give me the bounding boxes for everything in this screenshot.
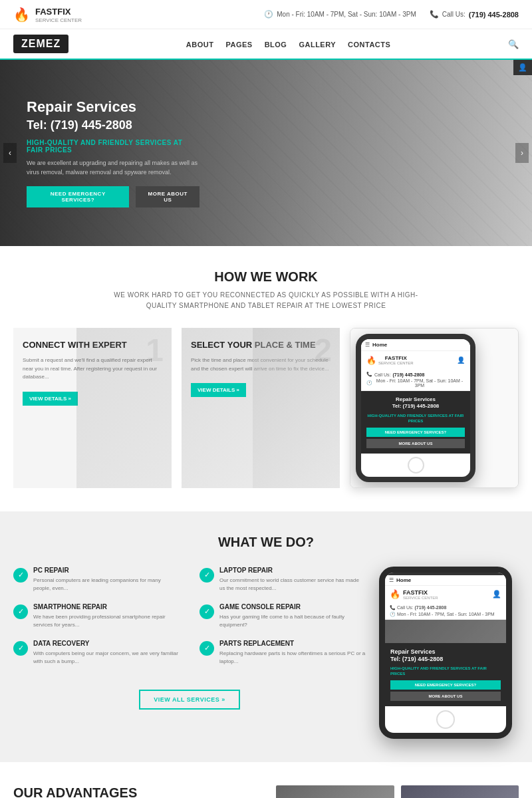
flame-icon: 🔥 bbox=[13, 7, 30, 23]
adv-title: OUR ADVANTAGES bbox=[13, 785, 256, 798]
how-subtitle: WE WORK HARD TO GET YOU RECONNECTED AS Q… bbox=[100, 290, 432, 311]
about-button[interactable]: MORE ABOUT US bbox=[136, 186, 200, 207]
phone-item: 📞 Call Us: (719) 445-2808 bbox=[430, 10, 519, 19]
view-all-button[interactable]: VIEW ALL SERVICES » bbox=[139, 690, 239, 710]
adv-left: OUR ADVANTAGES Whether your iPhone 6 was… bbox=[13, 785, 256, 798]
phone-call-number: (719) 445-2808 bbox=[393, 372, 425, 377]
phone-contact-info: 📞 Call Us: (719) 445-2808 🕐 Mon - Fri: 1… bbox=[361, 369, 470, 391]
phone-hero-section: Repair ServicesTel: (719) 445-2808 HIGH-… bbox=[361, 391, 470, 454]
phone-hours: Mon - Fri: 10AM - 7PM, Sat - Sun: 10AM -… bbox=[374, 378, 465, 388]
phone-brand: FASTFIX bbox=[378, 355, 414, 361]
what-title: WHAT WE DO? bbox=[13, 535, 519, 550]
hero-desc: We are excellent at upgrading and repair… bbox=[27, 159, 200, 177]
adv-content: OUR ADVANTAGES Whether your iPhone 6 was… bbox=[13, 785, 519, 798]
phone-hamburger: ☰ bbox=[365, 342, 370, 348]
hero-next-arrow[interactable]: › bbox=[515, 143, 529, 163]
service6-desc: Replacing hardware parts is how oftentim… bbox=[219, 650, 366, 666]
phone-hero-tagline: HIGH-QUALITY AND FRIENDLY SERVICES AT FA… bbox=[366, 413, 465, 424]
zemez-brand: ZEMEZ bbox=[13, 35, 68, 53]
phone-brand-sub: SERVICE CENTER bbox=[378, 361, 414, 365]
phone2-btn2[interactable]: MORE ABOUT US bbox=[390, 692, 501, 701]
adv-images: 👷 🔧 bbox=[276, 785, 519, 798]
clock-icon: 🕐 bbox=[264, 10, 273, 19]
phone-hours-info: 🕐 Mon - Fri: 10AM - 7PM, Sat - Sun: 10AM… bbox=[366, 378, 465, 388]
phone2-brand-sub: SERVICE CENTER bbox=[403, 596, 438, 600]
card1-num: 1 bbox=[146, 334, 164, 366]
nav-bar: ZEMEZ ABOUT PAGES BLOG GALLERY CONTACTS … bbox=[0, 29, 532, 60]
phone2-number: (719) 445-2808 bbox=[415, 605, 447, 610]
phone2-hours: 🕐 Mon - Fri: 10AM - 7PM, Sat - Sun: 10AM… bbox=[390, 612, 501, 617]
hero-prev-arrow[interactable]: ‹ bbox=[3, 143, 17, 163]
phone-call-icon: 📞 bbox=[366, 372, 372, 377]
card1-btn[interactable]: VIEW DETAILS » bbox=[23, 392, 78, 406]
service2-text: LAPTOP REPAIR Our commitment to world cl… bbox=[219, 567, 366, 593]
phone2-tagline: HIGH-QUALITY AND FRIENDLY SERVICES AT FA… bbox=[390, 666, 501, 677]
phone2-user: 👤 bbox=[492, 590, 501, 598]
service6-title: PARTS REPLACEMENT bbox=[219, 640, 366, 647]
phone2-call: 📞 Call Us: (719) 445-2808 bbox=[390, 605, 501, 610]
phone-call-info: 📞 Call Us: (719) 445-2808 bbox=[366, 372, 465, 377]
view-all-center: VIEW ALL SERVICES » bbox=[13, 690, 366, 710]
phone-logo: 🔥 FASTFIX SERVICE CENTER bbox=[366, 355, 414, 365]
phone-mockup-container: ☰ Home 🔥 FASTFIX SERVICE CENTER 👤 bbox=[350, 329, 518, 487]
hero-buttons: NEED EMERGENCY SERVICES? MORE ABOUT US bbox=[27, 186, 200, 207]
phone-btn1[interactable]: NEED EMERGENCY SERVICES? bbox=[366, 428, 465, 437]
how-title: HOW WE WORK bbox=[13, 269, 519, 285]
nav-pages[interactable]: PAGES bbox=[225, 41, 252, 49]
phone-logo-text: FASTFIX SERVICE CENTER bbox=[378, 355, 414, 365]
service3-check: ✓ bbox=[13, 604, 28, 619]
emergency-button[interactable]: NEED EMERGENCY SERVICES? bbox=[27, 186, 129, 207]
nav-contacts[interactable]: CONTACTS bbox=[348, 41, 390, 49]
phone2-hero-text: Repair ServicesTel: (719) 445-2808 HIGH-… bbox=[385, 643, 506, 706]
service3-text: SMARTPHONE REPAIR We have been providing… bbox=[33, 603, 180, 629]
phone2-hero-img bbox=[385, 620, 506, 643]
service1-desc: Personal computers are leading companion… bbox=[33, 577, 180, 593]
phone2-flame: 🔥 bbox=[390, 589, 400, 599]
phone2-brand: FASTFIX bbox=[403, 589, 438, 596]
service6-text: PARTS REPLACEMENT Replacing hardware par… bbox=[219, 640, 366, 666]
service4-check: ✓ bbox=[200, 604, 214, 619]
phone-user-icon: 👤 bbox=[457, 356, 465, 364]
user-icon[interactable]: 👤 bbox=[513, 60, 532, 75]
service-smartphone-repair: ✓ SMARTPHONE REPAIR We have been providi… bbox=[13, 603, 180, 629]
hero-phone: Tel: (719) 445-2808 bbox=[27, 118, 200, 132]
service4-title: GAME CONSOLE REPAIR bbox=[219, 603, 366, 610]
phone2-hero-overlay bbox=[385, 620, 506, 643]
call-label: Call Us: bbox=[442, 11, 466, 18]
phone-device: ☰ Home 🔥 FASTFIX SERVICE CENTER 👤 📞 Call… bbox=[379, 567, 512, 739]
nav-gallery[interactable]: GALLERY bbox=[299, 41, 336, 49]
service3-desc: We have been providing professional smar… bbox=[33, 613, 180, 629]
service-pc-repair: ✓ PC REPAIR Personal computers are leadi… bbox=[13, 567, 180, 593]
phone-btn2[interactable]: MORE ABOUT US bbox=[366, 439, 465, 448]
phone-nav: ☰ Home bbox=[361, 339, 470, 351]
phone2-call-label: Call Us: bbox=[397, 605, 414, 610]
phone-clock-icon: 🕐 bbox=[366, 380, 372, 386]
phone-home-button[interactable] bbox=[408, 457, 424, 473]
hero-tagline: HIGH-QUALITY AND FRIENDLY SERVICES AT FA… bbox=[27, 139, 200, 154]
adv-right: 👷 🔧 24 HOUR EMERGENCY SERVICE We are on … bbox=[276, 785, 519, 798]
hero-content: Repair Services Tel: (719) 445-2808 HIGH… bbox=[0, 78, 226, 227]
logo-sub: SERVICE CENTER bbox=[35, 17, 82, 23]
phone-home-label: Home bbox=[372, 342, 387, 348]
phone2-clock: 🕐 bbox=[390, 612, 396, 617]
phone2-hours-text: Mon - Fri: 10AM - 7PM, Sat - Sun: 10AM -… bbox=[397, 612, 495, 616]
what-content: ✓ PC REPAIR Personal computers are leadi… bbox=[13, 567, 519, 739]
nav-blog[interactable]: BLOG bbox=[265, 41, 287, 49]
service-parts-replacement: ✓ PARTS REPLACEMENT Replacing hardware p… bbox=[200, 640, 366, 666]
service6-check: ✓ bbox=[200, 641, 214, 656]
advantages-section: OUR ADVANTAGES Whether your iPhone 6 was… bbox=[0, 762, 532, 798]
adv-image-1: 👷 bbox=[276, 785, 394, 798]
phone2-btn1[interactable]: NEED EMERGENCY SERVICES? bbox=[390, 680, 501, 690]
service1-check: ✓ bbox=[13, 568, 28, 583]
search-icon[interactable]: 🔍 bbox=[508, 39, 519, 49]
service5-title: DATA RECOVERY bbox=[33, 640, 180, 647]
logo-name: FASTFIX bbox=[35, 7, 70, 17]
logo-area: 🔥 FASTFIX SERVICE CENTER bbox=[13, 5, 82, 23]
phone-hero-title: Repair ServicesTel: (719) 445-2808 bbox=[366, 396, 465, 410]
phone2-home-btn[interactable] bbox=[436, 710, 455, 729]
card2-btn[interactable]: VIEW DETAILS » bbox=[191, 383, 246, 397]
nav-about[interactable]: ABOUT bbox=[186, 41, 214, 49]
how-we-work-section: HOW WE WORK WE WORK HARD TO GET YOU RECO… bbox=[0, 246, 532, 511]
service2-check: ✓ bbox=[200, 568, 214, 583]
phone-preview-card: ☰ Home 🔥 FASTFIX SERVICE CENTER 👤 bbox=[350, 328, 519, 488]
